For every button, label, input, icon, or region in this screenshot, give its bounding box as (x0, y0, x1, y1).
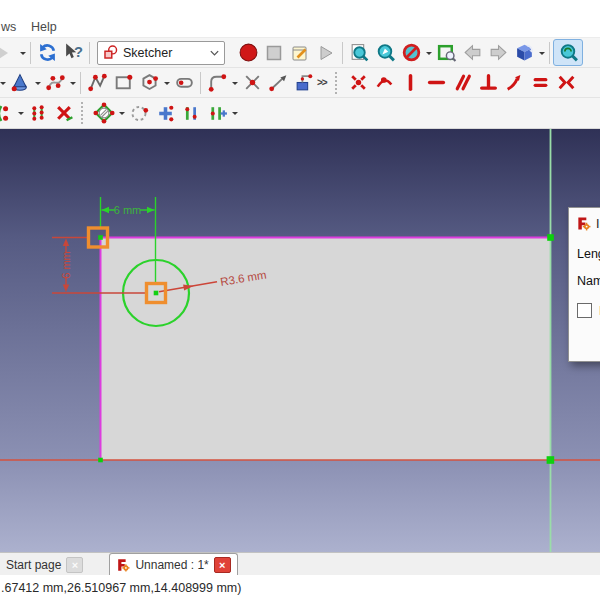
tangent-constraint-icon (504, 72, 525, 93)
nav-back-button[interactable] (459, 40, 485, 66)
increase-knots-icon (181, 103, 202, 124)
constrain-equal-button[interactable] (527, 70, 553, 96)
trim-edge-button[interactable] (239, 70, 265, 96)
draw-style-dropdown-arrow-icon[interactable] (424, 40, 433, 66)
tab-start-page[interactable]: Start page × (0, 554, 89, 576)
delete-all-constraints-button[interactable] (51, 100, 77, 126)
macro-edit-button[interactable] (287, 40, 313, 66)
sync-view-button[interactable] (553, 39, 583, 66)
constraint-flyout-button[interactable] (0, 100, 16, 126)
create-polyline-button[interactable] (84, 70, 110, 96)
equal-constraint-icon (530, 72, 551, 93)
tab-start-page-label: Start page (6, 558, 61, 572)
coincident-constraint-icon (348, 72, 369, 93)
sketch-rectangle-face[interactable] (101, 238, 551, 461)
toolbar-drag-handle[interactable] (335, 72, 341, 94)
fillet-dropdown-arrow-icon[interactable] (230, 70, 239, 96)
separator (89, 42, 90, 64)
view-dropdown-arrow-icon[interactable] (537, 40, 546, 66)
trim-icon (242, 72, 263, 93)
nav-forward-button[interactable] (485, 40, 511, 66)
box-selection-button[interactable] (433, 40, 459, 66)
whats-this-icon: ? (63, 42, 84, 63)
zoom-fit-all-button[interactable] (346, 40, 372, 66)
redo-dropdown-arrow-icon[interactable] (18, 40, 27, 66)
constrain-perpendicular-button[interactable] (475, 70, 501, 96)
whats-this-button[interactable]: ? (60, 40, 86, 66)
create-fillet-button[interactable] (204, 70, 230, 96)
draw-style-button[interactable] (398, 40, 424, 66)
bspline-increase-knots-button[interactable] (178, 100, 204, 126)
toolbar-overflow-button[interactable]: >> (317, 77, 331, 88)
conic-icon (10, 72, 31, 93)
create-rectangle-button[interactable] (110, 70, 136, 96)
redo-button[interactable] (0, 40, 18, 66)
freecad-logo-icon (576, 216, 591, 231)
conic-dropdown-arrow-icon[interactable] (33, 70, 42, 96)
bspline-increase-degree-button[interactable] (152, 100, 178, 126)
reference-checkbox[interactable] (577, 303, 592, 318)
create-bspline-button[interactable] (42, 70, 68, 96)
vertex-top-right[interactable] (547, 234, 554, 241)
external-geometry-button[interactable] (291, 70, 317, 96)
menu-item-windows[interactable]: ws (1, 20, 16, 34)
constrain-symmetric-button[interactable] (553, 70, 579, 96)
refresh-button[interactable] (34, 40, 60, 66)
dim-vertical-label[interactable]: 6 mm (60, 251, 72, 279)
constrain-parallel-button[interactable] (449, 70, 475, 96)
separator (342, 42, 343, 64)
vertex-circle-center[interactable] (154, 291, 159, 296)
tab-unnamed-document-close-button[interactable]: × (214, 557, 231, 573)
dim-horizontal-label[interactable]: 6 mm (114, 204, 142, 216)
constrain-horizontal-button[interactable] (423, 70, 449, 96)
geometry-flyout-arrow-icon[interactable] (0, 70, 7, 96)
constrain-vertical-button[interactable] (397, 70, 423, 96)
bspline-dropdown-arrow-icon[interactable] (68, 70, 77, 96)
bspline-comb-button[interactable] (91, 100, 117, 126)
dialog-titlebar[interactable]: In (569, 208, 600, 237)
svg-text:?: ? (74, 44, 83, 60)
macro-play-button[interactable] (313, 40, 339, 66)
record-icon (238, 42, 259, 63)
convert-to-bspline-button[interactable] (126, 100, 152, 126)
zoom-selection-button[interactable] (372, 40, 398, 66)
insert-knot-dropdown-arrow-icon[interactable] (230, 100, 239, 126)
tab-start-page-close-button[interactable]: × (66, 557, 83, 573)
create-polygon-button[interactable] (136, 70, 162, 96)
bspline-icon (45, 72, 66, 93)
rectangle-icon (113, 72, 134, 93)
constraint-flyout-arrow-icon[interactable] (16, 100, 25, 126)
workbench-selector[interactable]: Sketcher (97, 41, 225, 65)
constrain-coincident-button[interactable] (345, 70, 371, 96)
create-conic-button[interactable] (7, 70, 33, 96)
separator (30, 42, 31, 64)
bspline-insert-knot-button[interactable] (204, 100, 230, 126)
statusbar: .67412 mm,26.510967 mm,14.408999 mm) (0, 575, 600, 600)
macro-stop-button[interactable] (261, 40, 287, 66)
create-slot-button[interactable] (171, 70, 197, 96)
separator (80, 72, 81, 94)
polygon-dropdown-arrow-icon[interactable] (162, 70, 171, 96)
isometric-view-button[interactable] (511, 40, 537, 66)
extend-edge-button[interactable] (265, 70, 291, 96)
constrain-point-on-object-button[interactable] (371, 70, 397, 96)
vertex-origin[interactable] (547, 456, 555, 464)
toolbar-drag-handle[interactable] (81, 102, 87, 124)
macro-record-button[interactable] (235, 40, 261, 66)
separator (200, 72, 201, 94)
constrain-block-button[interactable] (25, 100, 51, 126)
increase-degree-icon (155, 103, 176, 124)
zoom-fit-icon (349, 42, 370, 63)
tab-unnamed-document[interactable]: Unnamed : 1* × (109, 553, 237, 576)
sketch-canvas: 6 mm 6 mm R3.6 mm (0, 129, 600, 552)
redo-icon (0, 43, 15, 63)
polyline-icon (87, 72, 108, 93)
vertex-bottom-left[interactable] (98, 458, 103, 463)
vertex-top-left[interactable] (98, 235, 103, 240)
freecad-document-icon (116, 558, 130, 572)
constrain-tangent-button[interactable] (501, 70, 527, 96)
bspline-comb-dropdown-arrow-icon[interactable] (117, 100, 126, 126)
viewport-3d[interactable]: 6 mm 6 mm R3.6 mm (0, 129, 600, 552)
insert-length-dialog[interactable]: In Lengt Name R (568, 207, 600, 362)
menu-item-help[interactable]: Help (31, 20, 57, 34)
